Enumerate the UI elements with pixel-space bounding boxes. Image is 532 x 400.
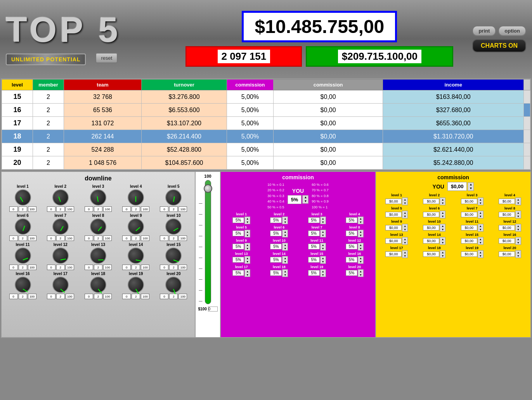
comm-yellow-level-spinner[interactable]: ▲ ▼ [440,250,445,258]
knob-min-input[interactable] [9,235,18,241]
spin-up[interactable]: ▲ [440,251,445,254]
spin-up[interactable]: ▲ [303,196,308,199]
knob-max-input[interactable] [103,265,112,270]
knob-max-input[interactable] [141,206,149,212]
knob-circle[interactable] [15,248,31,264]
spin-down[interactable]: ▼ [282,234,288,237]
knob-mid-input[interactable] [56,294,65,299]
spin-up[interactable]: ▲ [358,243,363,247]
comm-yellow-level-spinner[interactable]: ▲ ▼ [402,197,408,205]
slider-track[interactable] [205,180,211,304]
spin-up[interactable]: ▲ [440,198,445,201]
spin-up[interactable]: ▲ [516,224,521,228]
spin-up[interactable]: ▲ [282,243,288,247]
knob-min-input[interactable] [47,235,55,241]
reset-button[interactable]: reset [95,53,118,63]
knob-min-input[interactable] [47,294,55,299]
comm-magenta-level-spinner[interactable]: ▲ ▼ [320,216,326,224]
spin-up[interactable]: ▲ [245,243,250,247]
spin-up[interactable]: ▲ [478,251,483,254]
comm-magenta-level-spinner[interactable]: ▲ ▼ [320,269,326,277]
comm-yellow-level-spinner[interactable]: ▲ ▼ [440,237,445,245]
spin-down[interactable]: ▼ [478,254,483,258]
comm-yellow-level-spinner[interactable]: ▲ ▼ [478,250,483,258]
spin-down[interactable]: ▼ [516,215,521,218]
knob-circle[interactable] [128,189,144,206]
knob-circle[interactable] [52,277,69,293]
spin-up[interactable]: ▲ [245,217,250,220]
knob-min-input[interactable] [122,294,131,299]
comm-yellow-level-spinner[interactable]: ▲ ▼ [402,250,408,258]
comm-yellow-level-spinner[interactable]: ▲ ▼ [402,237,408,245]
option-button[interactable]: option [498,26,526,36]
comm-magenta-level-spinner[interactable]: ▲ ▼ [282,230,288,237]
spin-up[interactable]: ▲ [516,198,521,201]
spin-down[interactable]: ▼ [321,247,326,250]
comm-yellow-level-spinner[interactable]: ▲ ▼ [440,211,445,218]
spin-down[interactable]: ▼ [321,273,326,277]
comm-yellow-level-spinner[interactable]: ▲ ▼ [515,224,521,232]
comm-yellow-level-spinner[interactable]: ▲ ▼ [402,211,408,218]
comm-yellow-level-spinner[interactable]: ▲ ▼ [478,197,483,205]
spin-up[interactable]: ▲ [478,224,483,228]
knob-min-input[interactable] [160,206,168,212]
spin-up[interactable]: ▲ [245,230,250,234]
knob-circle[interactable] [128,277,144,293]
spin-down[interactable]: ▼ [440,241,445,244]
knob-mid-input[interactable] [56,206,65,212]
knob-circle[interactable] [128,248,144,264]
slider-value-input[interactable] [208,306,218,312]
knob-max-input[interactable] [66,206,74,212]
comm-magenta-level-spinner[interactable]: ▲ ▼ [244,230,250,237]
knob-mid-input[interactable] [94,265,102,270]
spin-up[interactable]: ▲ [478,237,483,241]
knob-max-input[interactable] [103,206,112,212]
knob-circle[interactable] [15,277,31,293]
spin-down[interactable]: ▼ [282,260,288,263]
comm-magenta-level-spinner[interactable]: ▲ ▼ [358,256,364,264]
spin-down[interactable]: ▼ [402,254,407,258]
comm-yellow-level-spinner[interactable]: ▲ ▼ [515,211,521,218]
knob-circle[interactable] [90,248,106,264]
spin-down[interactable]: ▼ [440,254,445,258]
knob-mid-input[interactable] [19,235,27,241]
comm-magenta-level-spinner[interactable]: ▲ ▼ [244,243,250,251]
comm-yellow-level-spinner[interactable]: ▲ ▼ [515,237,521,245]
knob-mid-input[interactable] [169,294,178,299]
comm-magenta-level-spinner[interactable]: ▲ ▼ [244,269,250,277]
knob-circle[interactable] [15,218,31,235]
comm-magenta-level-spinner[interactable]: ▲ ▼ [282,256,288,264]
spin-up[interactable]: ▲ [245,270,250,273]
comm-magenta-level-spinner[interactable]: ▲ ▼ [282,243,288,251]
spin-up[interactable]: ▲ [402,211,407,215]
knob-max-input[interactable] [141,294,149,299]
knob-min-input[interactable] [9,294,18,299]
comm-magenta-level-spinner[interactable]: ▲ ▼ [358,230,364,237]
knob-circle[interactable] [90,189,106,206]
knob-max-input[interactable] [178,206,187,212]
knob-min-input[interactable] [9,265,18,270]
knob-max-input[interactable] [141,235,149,241]
knob-circle[interactable] [165,218,182,235]
knob-circle[interactable] [15,189,31,206]
knob-max-input[interactable] [28,235,36,241]
knob-mid-input[interactable] [56,235,65,241]
knob-mid-input[interactable] [19,265,27,270]
knob-circle[interactable] [52,218,69,235]
comm-yellow-level-spinner[interactable]: ▲ ▼ [478,237,483,245]
knob-mid-input[interactable] [169,265,178,270]
knob-mid-input[interactable] [132,235,140,241]
knob-min-input[interactable] [160,294,168,299]
knob-mid-input[interactable] [56,265,65,270]
knob-max-input[interactable] [178,235,187,241]
spin-down[interactable]: ▼ [402,228,407,231]
spin-up[interactable]: ▲ [402,251,407,254]
spin-down-yellow[interactable]: ▼ [468,187,473,190]
comm-magenta-level-spinner[interactable]: ▲ ▼ [358,243,364,251]
knob-max-input[interactable] [28,206,36,212]
knob-circle[interactable] [52,248,69,264]
knob-circle[interactable] [165,189,182,206]
knob-min-input[interactable] [122,235,131,241]
spin-up[interactable]: ▲ [440,211,445,215]
comm-yellow-level-spinner[interactable]: ▲ ▼ [515,250,521,258]
